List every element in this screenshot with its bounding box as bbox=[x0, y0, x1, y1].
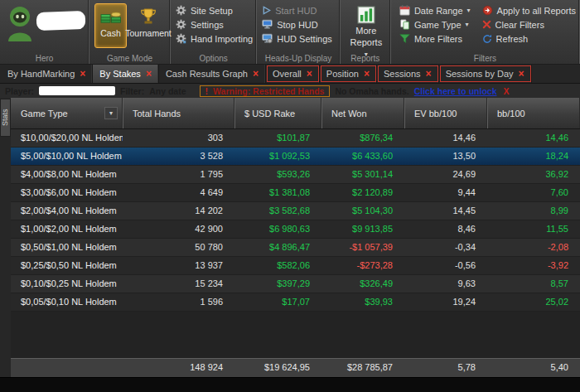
tab-close-icon[interactable]: × bbox=[519, 69, 524, 79]
stats-side-tab[interactable]: Stats bbox=[0, 99, 11, 137]
totals-total-hands: 148 924 bbox=[123, 359, 234, 377]
site-setup-label: Site Setup bbox=[191, 6, 233, 16]
tab-close-icon[interactable]: × bbox=[80, 69, 85, 79]
settings-item[interactable]: Settings bbox=[176, 17, 253, 31]
column-filter-button[interactable]: ▾ bbox=[104, 107, 118, 119]
tab-sessions[interactable]: Sessions× bbox=[377, 65, 439, 83]
cell-ev-bb100: 14,46 bbox=[404, 129, 487, 147]
totals-bb100: 5,40 bbox=[487, 359, 580, 377]
table-row[interactable]: $3,00/$6,00 NL Holdem4 649$1 381,08$2 12… bbox=[11, 184, 580, 202]
apply-all-icon bbox=[482, 5, 493, 16]
tab-by-stakes[interactable]: By Stakes× bbox=[93, 65, 159, 83]
table-row[interactable]: $10,00/$20,00 NL Holdem303$101,87$876,34… bbox=[11, 129, 580, 148]
ribbon-group-hud: Start HUD Stop HUD HUD Settings Heads-Up… bbox=[257, 0, 341, 64]
tab-cash-results-graph[interactable]: Cash Results Graph× bbox=[159, 65, 266, 83]
cell-usd-rake: $101,87 bbox=[234, 129, 321, 147]
tab-overall[interactable]: Overall× bbox=[266, 65, 320, 83]
warning-close-button[interactable]: X bbox=[503, 86, 509, 96]
table-row[interactable]: $0,25/$0,50 NL Holdem13 937$582,06-$273,… bbox=[11, 257, 580, 275]
tab-close-icon[interactable]: × bbox=[253, 69, 259, 79]
cell-usd-rake: $1 381,08 bbox=[234, 184, 321, 201]
refresh-icon bbox=[482, 34, 492, 44]
more-reports-button[interactable]: More Reports ▾ bbox=[346, 3, 387, 52]
table-row[interactable]: $2,00/$4,00 NL Holdem14 202$3 582,68$5 1… bbox=[11, 202, 580, 220]
column-header-total-hands[interactable]: Total Hands bbox=[123, 98, 234, 128]
game-type-filter-item[interactable]: Game Type ▾ bbox=[399, 17, 471, 31]
group-label-hud: Heads-Up Display bbox=[257, 54, 340, 63]
tab-close-icon[interactable]: × bbox=[426, 69, 432, 79]
group-label-reports: Reports bbox=[341, 54, 390, 63]
table-row[interactable]: $0,05/$0,10 NL Holdem1 596$17,07$39,9319… bbox=[11, 293, 580, 312]
app-window: Hero Cash bbox=[0, 0, 580, 392]
start-hud-item[interactable]: Start HUD bbox=[262, 3, 336, 17]
tab-sessions-by-day[interactable]: Sessions by Day× bbox=[439, 65, 532, 83]
totals-game-type bbox=[11, 359, 123, 377]
more-filters-label: More Filters bbox=[414, 34, 462, 44]
date-range-item[interactable]: Date Range ▾ bbox=[399, 3, 471, 17]
cell-bb100: -2,08 bbox=[487, 239, 580, 256]
totals-row: 148 924 $19 624,95 $28 785,87 5,78 5,40 bbox=[11, 358, 580, 377]
player-label: Player: bbox=[5, 86, 34, 96]
cell-game-type: $0,10/$0,25 NL Holdem bbox=[11, 275, 123, 293]
column-header-game-type[interactable]: Game Type ▾ bbox=[11, 98, 123, 128]
trophy-icon bbox=[140, 7, 157, 26]
cell-usd-rake: $593,26 bbox=[234, 166, 321, 183]
cell-net-won: $6 433,60 bbox=[321, 148, 404, 165]
column-header-net-won[interactable]: Net Won bbox=[321, 98, 404, 128]
table-row[interactable]: $0,50/$1,00 NL Holdem50 780$4 896,47-$1 … bbox=[11, 239, 580, 257]
cell-usd-rake: $582,06 bbox=[234, 257, 321, 274]
cell-ev-bb100: -0,56 bbox=[404, 257, 487, 274]
table-row[interactable]: $1,00/$2,00 NL Holdem42 900$6 980,63$9 9… bbox=[11, 220, 580, 239]
cell-net-won: $5 104,30 bbox=[321, 202, 404, 220]
table-row[interactable]: $4,00/$8,00 NL Holdem1 795$593,26$5 301,… bbox=[11, 166, 580, 184]
warning-icon: ! bbox=[205, 86, 209, 96]
cell-bb100: 7,60 bbox=[487, 184, 580, 201]
tab-label: Overall bbox=[273, 69, 302, 79]
cell-total-hands: 42 900 bbox=[123, 220, 234, 238]
unlock-link[interactable]: Click here to unlock bbox=[414, 86, 497, 96]
tournament-button[interactable]: Tournament bbox=[130, 3, 167, 48]
hud-settings-item[interactable]: HUD Settings bbox=[262, 31, 336, 46]
table-row[interactable]: $5,00/$10,00 NL Holdem3 528$1 092,53$6 4… bbox=[11, 148, 580, 166]
cards-icon bbox=[399, 19, 410, 30]
column-header-usd-rake[interactable]: $ USD Rake bbox=[234, 98, 321, 128]
cell-ev-bb100: 14,45 bbox=[404, 202, 487, 220]
play-icon bbox=[262, 6, 271, 15]
cell-usd-rake: $397,29 bbox=[234, 275, 321, 293]
site-setup-item[interactable]: Site Setup bbox=[176, 3, 253, 17]
cell-usd-rake: $3 582,68 bbox=[234, 202, 321, 220]
group-label-hero: Hero bbox=[0, 54, 89, 63]
column-header-ev-bb100[interactable]: EV bb/100 bbox=[404, 98, 487, 128]
redacted-player-name bbox=[39, 86, 115, 95]
hand-importing-item[interactable]: Hand Importing bbox=[176, 31, 253, 46]
table-row[interactable]: $0,10/$0,25 NL Holdem15 234$397,29$326,4… bbox=[11, 275, 580, 293]
cell-net-won: $2 120,89 bbox=[321, 184, 404, 201]
tab-close-icon[interactable]: × bbox=[146, 69, 152, 79]
tab-close-icon[interactable]: × bbox=[307, 69, 312, 79]
apply-all-reports-label: Apply to all Reports bbox=[497, 6, 576, 16]
cash-button[interactable]: Cash bbox=[94, 3, 127, 48]
stop-hud-item[interactable]: Stop HUD bbox=[262, 17, 336, 31]
tab-by-handmarking[interactable]: By HandMarking× bbox=[1, 65, 93, 83]
column-header-bb100[interactable]: bb/100 bbox=[487, 98, 580, 128]
refresh-item[interactable]: Refresh bbox=[482, 31, 576, 46]
tab-close-icon[interactable]: × bbox=[364, 69, 370, 79]
cell-usd-rake: $6 980,63 bbox=[234, 220, 321, 238]
tab-label: Sessions bbox=[384, 69, 421, 79]
cash-button-label: Cash bbox=[100, 28, 121, 38]
tab-position[interactable]: Position× bbox=[320, 65, 377, 83]
tab-label: Sessions by Day bbox=[446, 69, 514, 79]
table-body: $10,00/$20,00 NL Holdem303$101,87$876,34… bbox=[11, 129, 580, 312]
clear-filters-item[interactable]: Clear Filters bbox=[482, 17, 576, 31]
cell-usd-rake: $1 092,53 bbox=[234, 148, 321, 165]
totals-net-won: $28 785,87 bbox=[321, 359, 404, 377]
apply-all-reports-item[interactable]: Apply to all Reports bbox=[482, 3, 576, 17]
redacted-hero-name bbox=[36, 11, 86, 31]
hero-avatar-icon bbox=[5, 5, 35, 52]
more-filters-item[interactable]: More Filters bbox=[399, 31, 471, 46]
filters-right-column: Apply to all Reports Clear Filters Refre… bbox=[482, 3, 576, 52]
cell-net-won: $326,49 bbox=[321, 275, 404, 293]
left-strip: Stats bbox=[0, 98, 11, 377]
ribbon-group-filters: Date Range ▾ Game Type ▾ More Filters bbox=[391, 0, 580, 64]
filters-left-column: Date Range ▾ Game Type ▾ More Filters bbox=[399, 3, 471, 52]
